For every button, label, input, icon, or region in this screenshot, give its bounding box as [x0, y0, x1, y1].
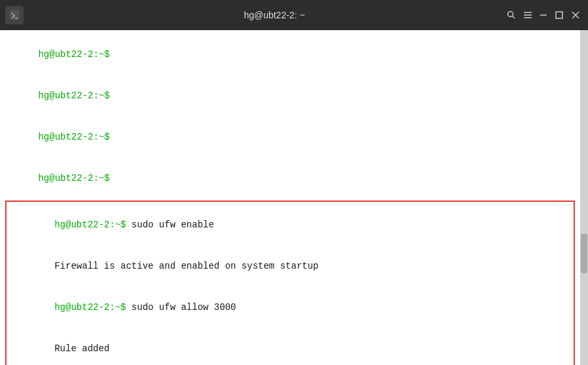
- highlighted-output-box: hg@ubt22-2:~$ sudo ufw enable Firewall i…: [5, 201, 575, 365]
- minimize-button[interactable]: [536, 5, 551, 25]
- output-rule-added: Rule added: [10, 328, 570, 365]
- window-controls: [504, 5, 583, 25]
- titlebar-left: [5, 6, 45, 24]
- maximize-button[interactable]: [552, 5, 566, 25]
- scrollbar[interactable]: [580, 30, 588, 365]
- pre-line-1: hg@ubt22-2:~$: [5, 34, 575, 75]
- pre-line-2: hg@ubt22-2:~$: [5, 75, 575, 117]
- output-active: Firewall is active and enabled on system…: [10, 246, 570, 287]
- menu-button[interactable]: [520, 5, 534, 25]
- terminal-icon: [5, 6, 24, 24]
- titlebar: hg@ubt22-2: ~: [0, 0, 588, 30]
- terminal-wrapper: hg@ubt22-2:~$ hg@ubt22-2:~$ hg@ubt22-2:~…: [0, 30, 588, 365]
- pre-line-3: hg@ubt22-2:~$: [5, 117, 575, 158]
- cmd-allow: hg@ubt22-2:~$ sudo ufw allow 3000: [10, 287, 570, 328]
- terminal-content[interactable]: hg@ubt22-2:~$ hg@ubt22-2:~$ hg@ubt22-2:~…: [0, 30, 580, 365]
- svg-point-2: [508, 12, 513, 17]
- close-button[interactable]: [568, 5, 583, 25]
- svg-rect-8: [556, 12, 562, 18]
- scrollbar-thumb[interactable]: [581, 234, 587, 273]
- cmd-enable: hg@ubt22-2:~$ sudo ufw enable: [10, 204, 570, 246]
- window-title: hg@ubt22-2: ~: [45, 10, 504, 20]
- svg-line-3: [513, 16, 515, 19]
- search-button[interactable]: [504, 5, 519, 25]
- pre-line-4: hg@ubt22-2:~$: [5, 158, 575, 199]
